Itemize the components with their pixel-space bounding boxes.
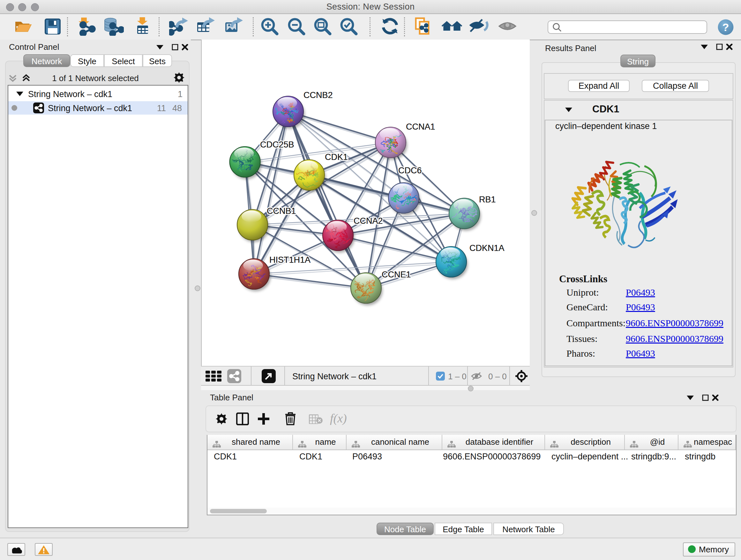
svg-text:CDC25B: CDC25B (260, 140, 294, 149)
svg-text:?: ? (723, 21, 729, 33)
svg-text:CCNA1: CCNA1 (406, 122, 435, 132)
svg-text:CDKN1A: CDKN1A (469, 243, 504, 253)
svg-text:RB1: RB1 (479, 195, 496, 204)
svg-text:CDK1: CDK1 (325, 152, 348, 162)
svg-text:HIST1H1A: HIST1H1A (269, 255, 311, 265)
svg-text:CCNE1: CCNE1 (382, 270, 411, 279)
svg-text:CCNB1: CCNB1 (267, 206, 296, 216)
svg-text:CDC6: CDC6 (398, 166, 422, 175)
svg-text:CCNA2: CCNA2 (354, 216, 383, 226)
svg-text:CCNB2: CCNB2 (304, 90, 333, 100)
